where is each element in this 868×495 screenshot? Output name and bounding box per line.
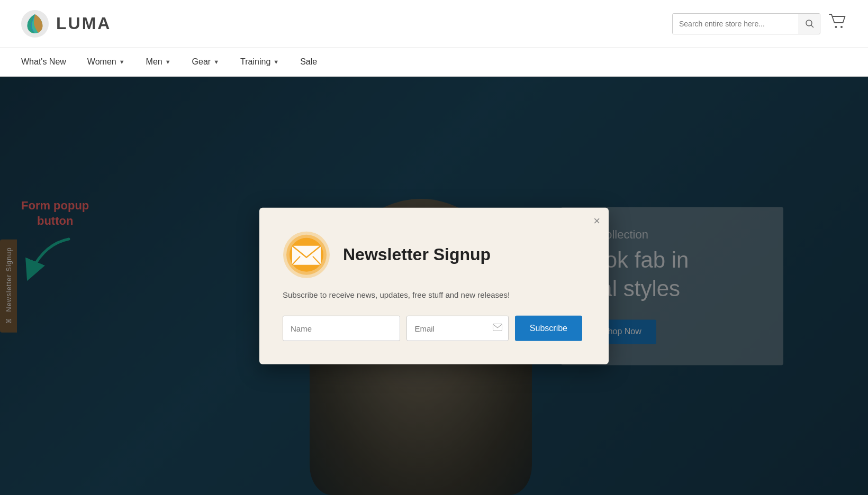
navigation: What's New Women ▼ Men ▼ Gear ▼ Training… [0,48,868,77]
svg-line-2 [811,25,813,28]
cart-svg [829,14,847,30]
modal-subtitle: Subscribe to receive news, updates, free… [283,289,582,301]
email-input[interactable] [406,316,508,341]
nav-item-men[interactable]: Men ▼ [146,57,171,67]
nav-item-whats-new[interactable]: What's New [21,57,66,67]
modal-title-text: Newsletter Signup [343,244,491,264]
subscribe-button[interactable]: Subscribe [515,316,582,341]
newsletter-modal: × Newsletter Signup Subscribe to receive [259,207,609,364]
logo-text: LUMA [56,14,111,33]
modal-form: Subscribe [283,316,582,341]
search-box [672,13,820,34]
svg-point-3 [835,26,837,28]
logo-area: LUMA [21,10,111,38]
nav-item-training[interactable]: Training ▼ [240,57,279,67]
svg-point-4 [840,26,843,28]
chevron-down-icon: ▼ [213,59,219,65]
search-input[interactable] [673,14,799,34]
cart-icon[interactable] [829,14,847,33]
email-input-wrap [406,316,508,341]
chevron-down-icon: ▼ [165,59,171,65]
nav-item-gear[interactable]: Gear ▼ [192,57,219,67]
chevron-down-icon: ▼ [119,59,125,65]
chevron-down-icon: ▼ [273,59,279,65]
nav-item-women[interactable]: Women ▼ [87,57,125,67]
modal-close-button[interactable]: × [593,215,600,226]
search-icon [806,20,814,28]
search-button[interactable] [799,14,820,34]
header: LUMA [0,0,868,48]
header-right [672,13,847,34]
modal-header: Newsletter Signup [283,231,582,278]
nav-item-sale[interactable]: Sale [300,57,317,67]
hero-section: e Collection look fab in nal styles Shop… [0,77,868,495]
modal-envelope-icon [283,231,330,278]
luma-logo-icon [21,10,49,38]
svg-point-1 [806,20,812,26]
name-input[interactable] [283,316,400,341]
